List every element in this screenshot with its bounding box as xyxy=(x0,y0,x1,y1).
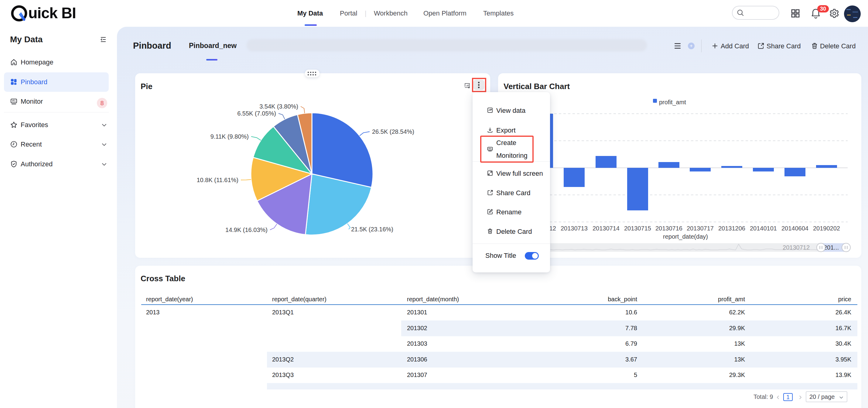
svg-text:20130715: 20130715 xyxy=(624,225,651,232)
svg-text:9.11K (9.80%): 9.11K (9.80%) xyxy=(211,133,249,140)
svg-text:20190202: 20190202 xyxy=(813,225,840,232)
svg-text:26.5K (28.54%): 26.5K (28.54%) xyxy=(372,128,414,135)
svg-text:uick BI: uick BI xyxy=(28,5,76,22)
svg-text:201...: 201... xyxy=(824,244,839,251)
svg-text:20130717: 20130717 xyxy=(687,225,714,232)
svg-text:20130716: 20130716 xyxy=(655,225,682,232)
svg-text:6.55K (7.05%): 6.55K (7.05%) xyxy=(237,110,276,117)
svg-text:20130714: 20130714 xyxy=(592,225,620,232)
svg-text:3.54K (3.80%): 3.54K (3.80%) xyxy=(259,103,298,110)
svg-text:profit_amt: profit_amt xyxy=(659,99,686,106)
svg-text:20131206: 20131206 xyxy=(718,225,745,232)
svg-text:20140604: 20140604 xyxy=(781,225,808,232)
svg-text:20130712: 20130712 xyxy=(783,244,810,251)
svg-text:14.9K (16.03%): 14.9K (16.03%) xyxy=(225,227,268,233)
svg-text:21.5K (23.16%): 21.5K (23.16%) xyxy=(351,226,393,233)
svg-text:10.8K (11.61%): 10.8K (11.61%) xyxy=(197,177,239,183)
svg-text:20130713: 20130713 xyxy=(561,225,588,232)
svg-text:20140101: 20140101 xyxy=(750,225,777,232)
svg-text:report_date(day): report_date(day) xyxy=(663,233,708,240)
